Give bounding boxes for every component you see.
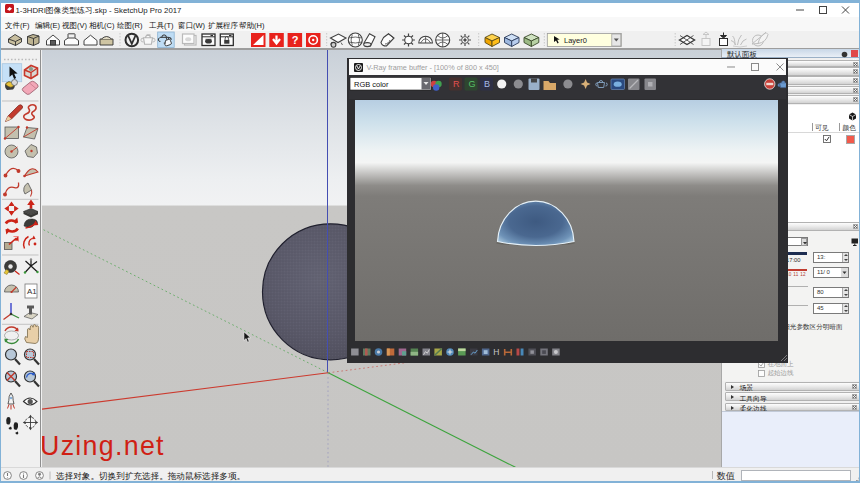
svg-text:R: R xyxy=(453,79,460,89)
svg-text:RGB color: RGB color xyxy=(354,80,389,89)
svg-text:?: ? xyxy=(292,34,299,46)
svg-text:A1: A1 xyxy=(27,287,37,296)
svg-text:H: H xyxy=(493,347,499,357)
svg-text:B: B xyxy=(484,79,490,89)
svg-text:Layer0: Layer0 xyxy=(564,36,587,45)
svg-text:Uzing.net: Uzing.net xyxy=(42,430,165,460)
svg-text:G: G xyxy=(468,79,475,89)
